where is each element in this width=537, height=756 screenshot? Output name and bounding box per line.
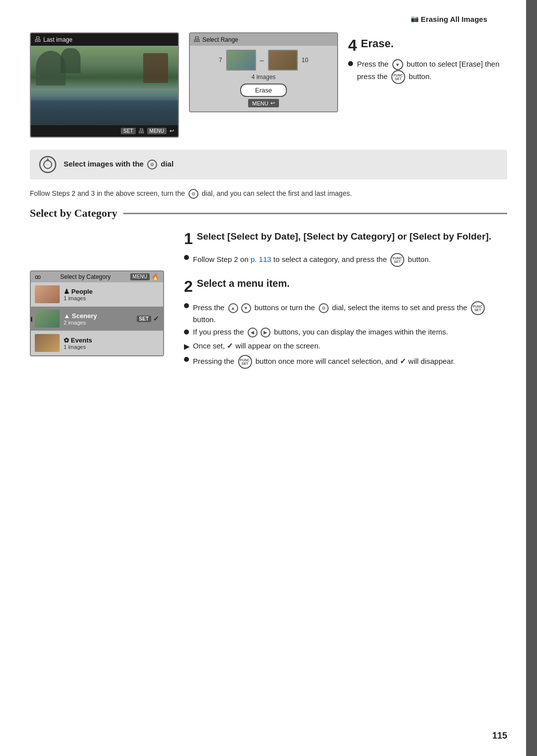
cat-row-people: ♟ People 1 images: [31, 282, 163, 307]
section-heading-text: Select by Category: [30, 207, 117, 220]
checkmark: ✓: [153, 315, 159, 323]
scenery-name: ▲ Scenery: [64, 312, 137, 320]
menu-label: MENU: [252, 100, 268, 106]
bullet-circle2: [184, 255, 189, 260]
menu-back: ↩: [270, 100, 275, 106]
tip-body: Follow Steps 2 and 3 in the above screen…: [30, 188, 507, 199]
scenery-info: ▲ Scenery 2 images: [64, 312, 137, 326]
page-link[interactable]: p. 113: [251, 255, 271, 263]
range-row: 7 – 10: [219, 50, 308, 71]
screen1: 品 Last image SET 品 MENU ↩: [30, 32, 179, 138]
down-arrow-icon2: ▼: [241, 303, 251, 313]
once-set-text: Once set, ✓ will appear on the screen.: [193, 341, 320, 350]
screen2: 品 Select Range 7 – 10 4 images Erase MEN…: [189, 32, 338, 112]
menu-bar: MENU ↩: [248, 99, 278, 107]
step2-bullet2-text: If you press the ◀▶ buttons, you can dis…: [193, 328, 448, 337]
select-cat-section: ꝏ Select by Category MENU 🔥 ♟ People 1 i…: [30, 231, 507, 379]
scenery-count: 2 images: [64, 320, 137, 326]
left-arrow: ◀: [30, 315, 32, 323]
cat-menu-btn: MENU: [130, 273, 150, 280]
func-set-icon4: FUNC SET: [238, 355, 252, 369]
svg-text:A: A: [46, 157, 49, 162]
cat-icon: ꝏ: [35, 273, 41, 280]
category-screen-area: ꝏ Select by Category MENU 🔥 ♟ People 1 i…: [30, 270, 169, 379]
screen2-icon: 品: [194, 35, 200, 44]
right-arrow-icon: ▶: [261, 328, 270, 337]
step2-bullet2: If you press the ◀▶ buttons, you can dis…: [184, 328, 507, 337]
dial-icon2: ⊙: [188, 189, 198, 199]
step4-title: 4 Erase.: [348, 37, 507, 53]
step1: 1 Select [Select by Date], [Select by Ca…: [184, 231, 507, 267]
screen1-header: 品 Last image: [31, 33, 178, 46]
tip-title: Select images with the ⊙ dial: [64, 160, 174, 168]
page-number: 115: [492, 731, 507, 741]
step2-arrow-bullet1: ▶ Once set, ✓ will appear on the screen.: [184, 341, 507, 351]
step4-number: 4: [348, 37, 357, 53]
range-end: 10: [302, 57, 308, 64]
scenery-check: SET ✓: [137, 315, 159, 323]
sidebar-accent: [526, 0, 537, 756]
screen1-label: Last image: [43, 36, 73, 43]
step4-content: 4 Erase. Press the ▼ button to select [E…: [348, 32, 507, 88]
page-container: 📷 Erasing All Images 品 Last image SET 品 …: [0, 0, 537, 756]
step2-number: 2: [184, 278, 193, 294]
set-badge: SET: [137, 316, 151, 322]
arrow-sym1: ▶: [184, 342, 190, 351]
step2-title: Select a menu item.: [197, 278, 290, 289]
step2: 2 Select a menu item. Press the ▲▼ butto…: [184, 278, 507, 369]
screen2-content: 7 – 10 4 images Erase MENU ↩: [190, 46, 337, 111]
camera-icon: 📷: [411, 15, 419, 23]
page-header: 📷 Erasing All Images: [30, 15, 507, 23]
section-heading: Select by Category: [30, 207, 507, 220]
thumb-left: [226, 50, 256, 71]
events-name: ✿ Events: [64, 336, 159, 344]
bullet-circle3: [184, 303, 189, 308]
screen1-icon2: 品: [139, 127, 144, 135]
people-info: ♟ People 1 images: [64, 288, 159, 301]
step1-header: 1 Select [Select by Date], [Select by Ca…: [184, 231, 507, 248]
up-arrow-icon: ▲: [228, 303, 238, 313]
cat-screen: ꝏ Select by Category MENU 🔥 ♟ People 1 i…: [30, 270, 164, 356]
events-count: 1 images: [64, 344, 159, 350]
step1-bullet: Follow Step 2 on p. 113 to select a cate…: [184, 253, 507, 267]
scenery-thumb: [35, 310, 60, 328]
range-dash: –: [260, 56, 264, 64]
bullet-circle5: [184, 357, 189, 362]
people-name: ♟ People: [64, 288, 159, 295]
tip-content: Select images with the ⊙ dial: [64, 160, 174, 169]
thumb-right: [268, 50, 298, 71]
step2-last-bullet: Pressing the FUNC SET button once more w…: [184, 355, 507, 369]
step4-bullet-text: Press the ▼ button to select [Erase] the…: [357, 59, 507, 84]
down-arrow-icon: ▼: [392, 59, 403, 70]
tip-box: A Select images with the ⊙ dial: [30, 150, 507, 179]
screen1-menu: MENU: [147, 128, 167, 134]
func-set-icon2: FUNC SET: [390, 253, 404, 267]
bullet-circle4: [184, 330, 189, 335]
erase-button-display: Erase: [240, 84, 287, 97]
tip-icon: A: [38, 155, 58, 174]
cat-label: Select by Category: [60, 273, 110, 280]
step1-bullet-text: Follow Step 2 on p. 113 to select a cate…: [193, 253, 431, 267]
screen2-label: Select Range: [202, 36, 238, 43]
left-arrow-icon: ◀: [248, 328, 258, 337]
steps-content: 1 Select [Select by Date], [Select by Ca…: [184, 231, 507, 379]
header-title: Erasing All Images: [421, 15, 487, 23]
dial-icon: ⊙: [147, 160, 157, 169]
step2-bullet1-text: Press the ▲▼ buttons or turn the ⊙ dial,…: [193, 301, 507, 324]
svg-point-1: [44, 161, 52, 168]
heading-line: [123, 213, 507, 214]
cat-header-buttons: MENU 🔥: [130, 273, 159, 280]
events-thumb: [35, 334, 60, 352]
func-set-icon3: FUNC SET: [471, 301, 485, 315]
cat-screen-header: ꝏ Select by Category MENU 🔥: [31, 271, 163, 282]
range-start: 7: [219, 57, 222, 64]
bullet-circle: [348, 61, 353, 66]
events-info: ✿ Events 1 images: [64, 336, 159, 350]
screen1-footer: SET 品 MENU ↩: [31, 125, 178, 137]
dial-icon3: ⊙: [319, 303, 329, 313]
cat-row-scenery: ◀ ▲ Scenery 2 images SET ✓: [31, 307, 163, 331]
screen1-back: ↩: [170, 128, 174, 134]
step2-header: 2 Select a menu item.: [184, 278, 507, 295]
step2-bullet1: Press the ▲▼ buttons or turn the ⊙ dial,…: [184, 301, 507, 324]
func-set-icon: FUNC SET: [391, 70, 405, 84]
